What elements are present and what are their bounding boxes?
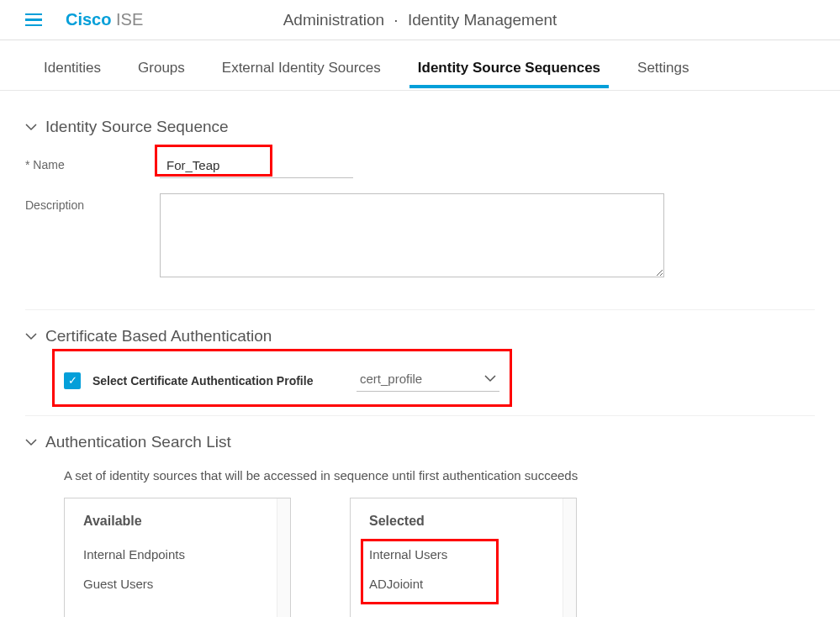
menu-icon[interactable] (25, 13, 42, 27)
tab-identity-source-sequences[interactable]: Identity Source Sequences (399, 49, 619, 90)
chevron-down-icon (25, 436, 37, 449)
logo-cisco: Cisco (66, 10, 111, 29)
section-title-cert[interactable]: Certificate Based Authentication (25, 327, 815, 345)
selected-head: Selected (369, 514, 557, 529)
description-input[interactable] (160, 193, 664, 277)
logo: Cisco ISE (66, 10, 143, 29)
name-label: * Name (25, 153, 160, 171)
section-certificate-auth: Certificate Based Authentication ✓ Selec… (25, 319, 815, 416)
description-label: Description (25, 193, 160, 212)
breadcrumb: Administration · Identity Management (283, 11, 557, 29)
breadcrumb-page: Identity Management (408, 11, 557, 29)
cert-profile-select[interactable]: cert_profile (357, 369, 499, 392)
list-item[interactable]: Guest Users (83, 577, 272, 591)
list-item[interactable]: Internal Users (369, 547, 557, 562)
chevron-down-icon (484, 371, 496, 386)
section-identity-source-sequence: Identity Source Sequence * Name Descript… (25, 109, 815, 310)
description-row: Description (25, 193, 815, 277)
tab-identities[interactable]: Identities (25, 49, 119, 90)
name-input[interactable] (160, 153, 353, 178)
name-row: * Name (25, 153, 815, 178)
subnav-tabs: Identities Groups External Identity Sour… (0, 40, 840, 91)
list-item[interactable]: ADJoioint (369, 577, 557, 591)
cert-profile-label: Select Certificate Authentication Profil… (92, 374, 345, 388)
tab-groups[interactable]: Groups (119, 49, 203, 90)
tab-external-identity-sources[interactable]: External Identity Sources (203, 49, 399, 90)
page-content: Identity Source Sequence * Name Descript… (0, 91, 840, 617)
tab-settings[interactable]: Settings (619, 49, 707, 90)
check-icon: ✓ (68, 374, 77, 387)
separator-icon: · (394, 11, 398, 29)
selected-list: Selected Internal Users ADJoioint (350, 498, 577, 617)
list-item[interactable]: Internal Endpoints (83, 547, 272, 562)
scrollbar[interactable] (277, 498, 290, 617)
chevron-down-icon (25, 330, 37, 343)
cert-profile-checkbox[interactable]: ✓ (64, 372, 81, 389)
logo-ise: ISE (116, 10, 143, 29)
cert-profile-row: ✓ Select Certificate Authentication Prof… (64, 362, 535, 398)
section-title-auth[interactable]: Authentication Search List (25, 433, 815, 451)
breadcrumb-section: Administration (283, 11, 384, 29)
section-title-iss[interactable]: Identity Source Sequence (25, 118, 815, 136)
available-head: Available (83, 514, 272, 529)
auth-search-description: A set of identity sources that will be a… (64, 468, 815, 483)
scrollbar[interactable] (563, 498, 576, 617)
cert-profile-value: cert_profile (360, 372, 422, 386)
auth-search-lists: Available Internal Endpoints Guest Users… (64, 498, 815, 617)
available-list: Available Internal Endpoints Guest Users (64, 498, 291, 617)
app-header: Cisco ISE Administration · Identity Mana… (0, 0, 840, 40)
chevron-down-icon (25, 121, 37, 134)
section-auth-search: Authentication Search List A set of iden… (25, 425, 815, 617)
